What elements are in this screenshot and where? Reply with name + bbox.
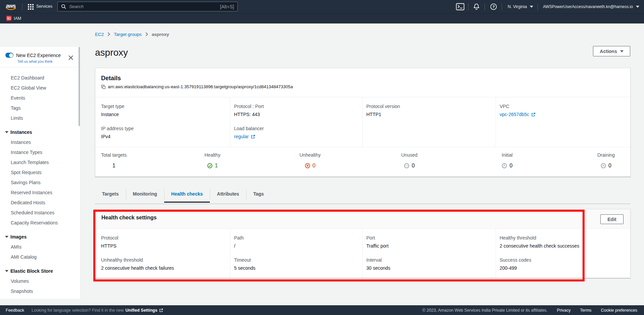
field-value: 5 seconds (234, 265, 359, 271)
aws-logo[interactable]: aws (6, 3, 17, 11)
details-col-3: Protocol versionHTTP1 (362, 97, 496, 147)
tab-targets[interactable]: Targets (95, 188, 126, 203)
details-grid: Target typeInstance IP address typeIPv4 … (95, 97, 630, 147)
health-col-3: PortTraffic port Interval30 seconds (362, 229, 496, 278)
new-experience-title: New EC2 Experience (16, 53, 61, 58)
stat-value: 0 (502, 162, 513, 169)
sidebar-item-scheduled-instances[interactable]: Scheduled Instances (0, 208, 80, 218)
field-label: Port (366, 234, 492, 241)
breadcrumb-target-groups[interactable]: Target groups (114, 32, 142, 37)
services-grid-icon[interactable] (28, 4, 34, 10)
close-icon[interactable] (68, 55, 73, 60)
terms-link[interactable]: Terms (580, 308, 592, 313)
divider (22, 3, 22, 10)
field-value: 2 consecutive health check failures (101, 265, 227, 271)
tell-us-link[interactable]: Tell us what you think (17, 59, 53, 64)
sidebar-scrollbar[interactable] (79, 47, 80, 126)
region-selector[interactable]: N. Virginia (508, 0, 533, 13)
sidebar-item-instances[interactable]: Instances (0, 137, 80, 147)
stat-value: 0 (597, 162, 615, 169)
field-label: Load balancer (234, 125, 359, 132)
field-label: Healthy threshold (500, 234, 627, 241)
breadcrumb-ec2[interactable]: EC2 (95, 32, 104, 37)
services-menu[interactable]: Services (36, 4, 52, 9)
breadcrumb: EC2 Target groups asproxy (95, 31, 169, 38)
external-link-icon (251, 135, 255, 139)
field-label: Path (234, 234, 359, 241)
tab-attributes[interactable]: Attributes (210, 188, 246, 203)
sidebar-section-images[interactable]: Images (0, 232, 80, 242)
caret-down-icon (620, 50, 624, 52)
field-value: Traffic port (366, 243, 492, 249)
notifications-bell-icon[interactable] (473, 3, 480, 11)
tab-tags[interactable]: Tags (246, 188, 271, 203)
sidebar-section-instances[interactable]: Instances (0, 127, 80, 137)
sidebar-item-launch-templates[interactable]: Launch Templates (0, 157, 80, 167)
tab-bar: Targets Monitoring Health checks Attribu… (95, 188, 271, 203)
field-value: 30 seconds (366, 265, 492, 271)
field-value: HTTP1 (366, 111, 492, 118)
tab-health-checks[interactable]: Health checks (164, 188, 210, 203)
sidebar-item-volumes[interactable]: Volumes (0, 276, 80, 286)
page-title: asproxy (95, 47, 128, 58)
search-shortcut-hint: [Alt+S] (220, 4, 234, 9)
health-col-2: Path/ Timeout5 seconds (230, 229, 362, 278)
details-heading: Details (101, 74, 624, 82)
help-icon[interactable]: ? (490, 3, 497, 10)
load-balancer-link[interactable]: regular (234, 133, 359, 140)
account-menu[interactable]: AWSPowerUserAccess/navaneeth.kn@harness.… (543, 0, 639, 13)
stat-label: Unused (401, 152, 417, 158)
sidebar-item-capacity-reservations[interactable]: Capacity Reservations (0, 218, 80, 228)
svg-text:?: ? (492, 5, 495, 9)
field-value: HTTPS (101, 243, 227, 249)
sidebar-item-events[interactable]: Events (0, 93, 80, 103)
sidebar-item-instance-types[interactable]: Instance Types (0, 147, 80, 157)
sidebar-section-ebs[interactable]: Elastic Block Store (0, 266, 80, 276)
minus-circle-icon (601, 163, 606, 168)
cookie-preferences-link[interactable]: Cookie preferences (601, 308, 637, 313)
iam-service-icon[interactable] (6, 16, 12, 21)
stat-label: Total targets (101, 152, 127, 158)
external-link-icon (531, 112, 536, 117)
divider (485, 3, 485, 10)
new-experience-toggle[interactable] (5, 53, 13, 58)
sidebar-item-dedicated-hosts[interactable]: Dedicated Hosts (0, 198, 80, 208)
search-box[interactable]: [Alt+S] (57, 2, 238, 11)
field-label: Target type (101, 103, 227, 110)
actions-button[interactable]: Actions (593, 46, 630, 56)
main-content: EC2 Target groups asproxy asproxy Action… (81, 23, 644, 305)
new-experience-header: New EC2 Experience Tell us what you thin… (0, 47, 80, 67)
sidebar-item-tags[interactable]: Tags (0, 103, 80, 113)
details-card: Details arn:aws:elasticloadbalancing:us-… (95, 68, 631, 177)
search-input[interactable] (69, 4, 220, 9)
divider (538, 3, 538, 10)
sidebar-item-limits[interactable]: Limits (0, 113, 80, 123)
field-label: Timeout (234, 257, 359, 263)
unified-settings-link[interactable]: Unified Settings (126, 308, 163, 313)
sidebar-item-ec2-global-view[interactable]: EC2 Global View (0, 83, 80, 93)
stat-unhealthy: Unhealthy 0 (300, 152, 321, 169)
sidebar-item-ami-catalog[interactable]: AMI Catalog (0, 252, 80, 262)
copy-icon[interactable] (101, 85, 106, 89)
iam-shortcut[interactable]: IAM (14, 16, 21, 21)
link-text: regular (234, 133, 249, 140)
stat-total-targets: Total targets 1 (101, 152, 127, 169)
tab-monitoring[interactable]: Monitoring (126, 188, 164, 203)
chevron-down-icon (636, 6, 639, 8)
vpc-link[interactable]: vpc-2657db5c (500, 111, 627, 118)
feedback-link[interactable]: Feedback (6, 308, 32, 313)
arn-text: arn:aws:elasticloadbalancing:us-east-1:3… (108, 84, 293, 89)
sidebar-item-reserved-instances[interactable]: Reserved Instances (0, 188, 80, 198)
sidebar-item-spot-requests[interactable]: Spot Requests (0, 167, 80, 177)
sidebar-item-ec2-dashboard[interactable]: EC2 Dashboard (0, 73, 80, 83)
field-label: IP address type (101, 125, 227, 132)
privacy-link[interactable]: Privacy (557, 308, 571, 313)
field-label: VPC (500, 103, 627, 110)
cloudshell-icon[interactable] (456, 3, 464, 10)
field-value: 2 consecutive health check successes (500, 243, 627, 249)
edit-button[interactable]: Edit (600, 214, 624, 224)
health-check-header: Health check settings Edit (95, 209, 630, 229)
sidebar-item-savings-plans[interactable]: Savings Plans (0, 177, 80, 188)
sidebar-item-snapshots[interactable]: Snapshots (0, 286, 80, 296)
sidebar-item-amis[interactable]: AMIs (0, 242, 80, 252)
